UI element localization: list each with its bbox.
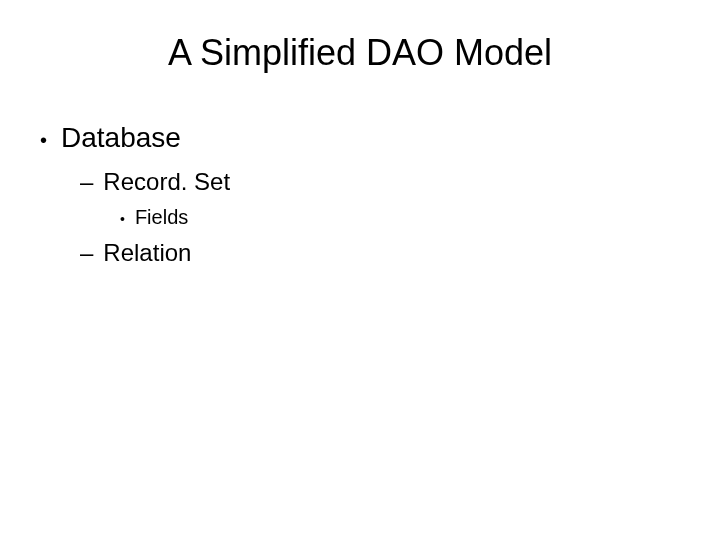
bullet-level2: – Record. Set: [80, 168, 680, 196]
disc-bullet-icon: •: [40, 126, 47, 154]
bullet-text: Record. Set: [103, 168, 230, 196]
bullet-level3: • Fields: [120, 206, 680, 229]
slide-title: A Simplified DAO Model: [40, 32, 680, 74]
dash-bullet-icon: –: [80, 239, 93, 267]
bullet-text: Fields: [135, 206, 188, 229]
bullet-level2: – Relation: [80, 239, 680, 267]
disc-bullet-icon: •: [120, 209, 125, 229]
bullet-level1: • Database: [40, 122, 680, 154]
bullet-text: Relation: [103, 239, 191, 267]
dash-bullet-icon: –: [80, 168, 93, 196]
slide: A Simplified DAO Model • Database – Reco…: [0, 0, 720, 540]
bullet-text: Database: [61, 122, 181, 154]
